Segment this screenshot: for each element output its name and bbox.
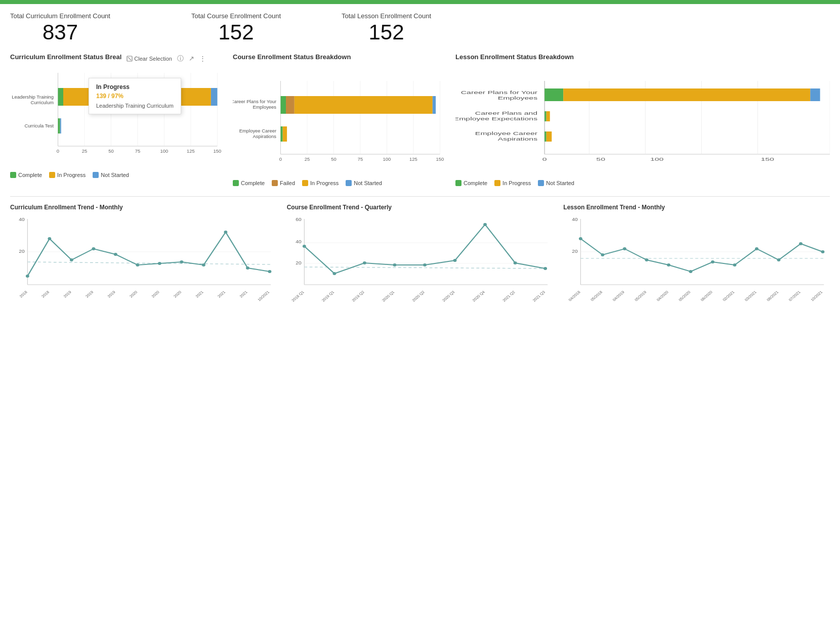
svg-point-144 [755, 247, 759, 250]
svg-text:Employees: Employees [253, 105, 276, 110]
lesson-trend-title: Lesson Enrollment Trend - Monthly [563, 204, 830, 211]
svg-text:150: 150 [436, 157, 444, 162]
svg-rect-65 [547, 111, 550, 121]
course-svg: 0 25 50 75 100 125 150 Caree [233, 76, 445, 177]
l-notstarted-label: Not Started [546, 180, 574, 186]
svg-text:0: 0 [57, 149, 59, 154]
svg-rect-21 [60, 118, 61, 133]
course-legend-complete: Complete [233, 180, 265, 186]
svg-text:10/2021: 10/2021 [810, 290, 824, 302]
svg-text:25: 25 [82, 149, 88, 154]
svg-text:05/2019: 05/2019 [634, 290, 647, 302]
svg-line-111 [304, 267, 548, 269]
curriculum-metric: Total Curriculum Enrollment Count 837 [10, 12, 110, 44]
svg-rect-62 [563, 88, 810, 101]
svg-point-136 [579, 237, 582, 240]
svg-text:2021: 2021 [239, 290, 248, 298]
charts-row: Curriculum Enrollment Status Breal Clear… [10, 53, 830, 186]
curriculum-metric-value: 837 [10, 21, 110, 44]
svg-text:50: 50 [596, 157, 605, 162]
complete-dot [10, 172, 16, 178]
svg-text:06/2020: 06/2020 [700, 290, 713, 302]
svg-text:75: 75 [135, 149, 141, 154]
legend-inprogress: In Progress [49, 172, 86, 178]
c-inprogress-dot [302, 180, 308, 186]
expand-icon[interactable]: ↗ [189, 55, 194, 62]
svg-text:2020 Q4: 2020 Q4 [471, 290, 486, 302]
c-inprogress-label: In Progress [310, 180, 339, 186]
course-chart-title: Course Enrollment Status Breakdown [233, 53, 445, 61]
svg-text:2021: 2021 [195, 290, 204, 298]
course-bar-chart: 0 25 50 75 100 125 150 Caree [233, 76, 445, 177]
c-notstarted-label: Not Started [354, 180, 382, 186]
svg-point-114 [363, 261, 366, 264]
notstarted-label: Not Started [101, 172, 129, 178]
lesson-metric: Total Lesson Enrollment Count 152 [342, 12, 431, 44]
svg-text:2020: 2020 [173, 290, 182, 298]
svg-text:2020 Q2: 2020 Q2 [411, 290, 426, 302]
svg-text:150: 150 [214, 149, 222, 154]
svg-rect-43 [433, 96, 436, 114]
svg-text:Career Plans for Your: Career Plans for Your [461, 90, 538, 95]
svg-text:04/2018: 04/2018 [568, 290, 581, 302]
svg-point-80 [26, 275, 29, 278]
curriculum-toolbar: Curriculum Enrollment Status Breal Clear… [10, 53, 223, 64]
svg-text:03/2021: 03/2021 [744, 290, 758, 302]
svg-text:Aspirations: Aspirations [253, 134, 276, 139]
curriculum-bar-chart: 0 25 50 75 100 125 150 [10, 68, 223, 169]
notstarted-dot [93, 172, 99, 178]
svg-rect-42 [295, 96, 433, 114]
lesson-chart-panel: Lesson Enrollment Status Breakdown 0 50 … [455, 53, 830, 186]
svg-point-82 [70, 258, 73, 261]
svg-text:Career Plans for Your: Career Plans for Your [233, 99, 276, 104]
svg-text:Employees: Employees [498, 96, 537, 101]
svg-point-81 [48, 237, 51, 240]
info-icon[interactable]: ⓘ [177, 54, 184, 63]
svg-point-137 [601, 253, 605, 256]
svg-rect-19 [211, 88, 218, 106]
svg-text:2020: 2020 [129, 290, 138, 298]
curriculum-legend: Complete In Progress Not Started [10, 172, 223, 178]
svg-rect-18 [63, 88, 211, 106]
l-notstarted-dot [538, 180, 544, 186]
svg-text:Aspirations: Aspirations [498, 137, 537, 142]
svg-rect-66 [544, 131, 547, 142]
svg-point-86 [158, 262, 161, 265]
course-legend-failed: Failed [272, 180, 295, 186]
clear-icon [127, 56, 133, 62]
svg-text:2019: 2019 [107, 290, 116, 298]
svg-rect-64 [544, 111, 547, 121]
svg-point-90 [246, 266, 249, 270]
course-metric-label: Total Course Enrollment Count [191, 12, 281, 21]
svg-point-117 [453, 259, 456, 262]
svg-rect-45 [283, 126, 287, 142]
svg-rect-63 [810, 88, 820, 101]
svg-text:Leadership Training: Leadership Training [12, 95, 54, 100]
lesson-svg: 0 50 100 150 Career Plans for Your E [455, 76, 830, 177]
svg-text:2021 Q3: 2021 Q3 [531, 290, 546, 302]
svg-rect-40 [281, 96, 286, 114]
svg-point-147 [821, 250, 825, 253]
l-complete-label: Complete [464, 180, 487, 186]
more-icon[interactable]: ⋮ [199, 55, 206, 62]
course-trend-panel: Course Enrollment Trend - Quarterly 60 4… [287, 204, 554, 305]
c-failed-label: Failed [280, 180, 295, 186]
svg-point-91 [268, 270, 271, 273]
c-failed-dot [272, 180, 278, 186]
svg-point-89 [224, 231, 227, 234]
clear-selection-btn[interactable]: Clear Selection [127, 56, 172, 62]
lesson-legend-inprogress: In Progress [494, 180, 531, 186]
svg-text:10/2021: 10/2021 [257, 290, 270, 302]
svg-text:08/2021: 08/2021 [766, 290, 780, 302]
course-legend-notstarted: Not Started [346, 180, 382, 186]
svg-text:0: 0 [279, 157, 282, 162]
svg-text:2021 Q2: 2021 Q2 [501, 290, 516, 302]
legend-notstarted: Not Started [93, 172, 129, 178]
svg-text:25: 25 [305, 157, 310, 162]
svg-point-87 [180, 260, 183, 263]
svg-text:2020: 2020 [151, 290, 160, 298]
svg-point-116 [423, 263, 427, 266]
course-legend-inprogress: In Progress [302, 180, 339, 186]
svg-text:125: 125 [409, 157, 417, 162]
top-bar [0, 0, 840, 4]
